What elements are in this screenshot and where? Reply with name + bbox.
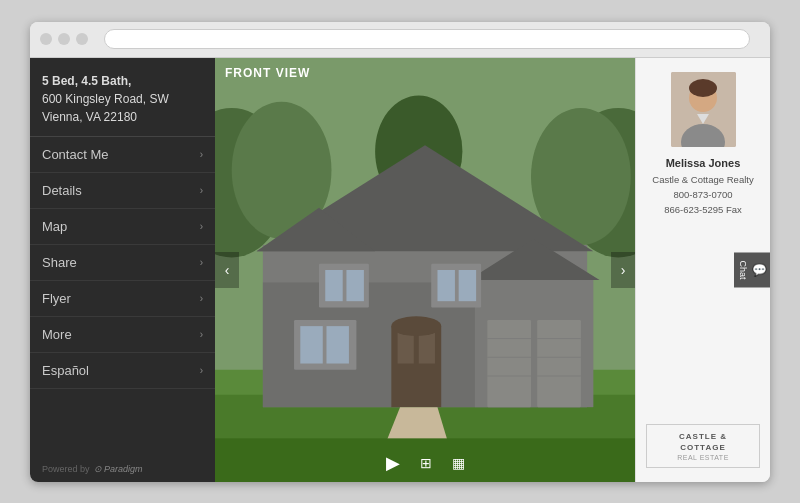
photo-controls: ▶ ⊞ ▦ (215, 452, 635, 474)
svg-rect-30 (419, 332, 435, 363)
sidebar-item-map[interactable]: Map › (30, 209, 215, 245)
svg-point-39 (689, 79, 717, 97)
sidebar-item-espanol[interactable]: Español › (30, 353, 215, 389)
browser-btn-min[interactable] (58, 33, 70, 45)
chevron-icon: › (200, 365, 203, 376)
property-info: 5 Bed, 4.5 Bath, 600 Kingsley Road, SW V… (30, 58, 215, 137)
nav-label-more: More (42, 327, 72, 342)
browser-frame: 5 Bed, 4.5 Bath, 600 Kingsley Road, SW V… (30, 22, 770, 482)
play-button[interactable]: ▶ (386, 452, 400, 474)
browser-btn-close[interactable] (40, 33, 52, 45)
nav-label-espanol: Español (42, 363, 89, 378)
chevron-icon: › (200, 293, 203, 304)
sidebar-item-more[interactable]: More › (30, 317, 215, 353)
agent-name: Melissa Jones (652, 155, 753, 173)
browser-content: 5 Bed, 4.5 Bath, 600 Kingsley Road, SW V… (30, 58, 770, 482)
powered-by-label: Powered by (42, 464, 90, 474)
sidebar-item-share[interactable]: Share › (30, 245, 215, 281)
address-line2: Vienna, VA 22180 (42, 108, 203, 126)
company-logo: CASTLE & COTTAGE REAL ESTATE (646, 424, 760, 467)
front-view-label: FRONT VIEW (225, 66, 310, 80)
chat-icon: 💬 (752, 262, 766, 277)
nav-label-details: Details (42, 183, 82, 198)
nav-label-contact-me: Contact Me (42, 147, 108, 162)
right-panel: Melissa Jones Castle & Cottage Realty 80… (635, 58, 770, 482)
chevron-icon: › (200, 149, 203, 160)
svg-rect-24 (346, 270, 363, 301)
svg-rect-15 (537, 319, 581, 406)
beds-baths: 5 Bed, 4.5 Bath, (42, 72, 203, 90)
sidebar-item-details[interactable]: Details › (30, 173, 215, 209)
svg-rect-14 (487, 319, 531, 406)
sidebar: 5 Bed, 4.5 Bath, 600 Kingsley Road, SW V… (30, 58, 215, 482)
house-image (215, 58, 635, 482)
prev-photo-button[interactable]: ‹ (215, 252, 239, 288)
agent-fax: 866-623-5295 Fax (652, 202, 753, 217)
nav-label-flyer: Flyer (42, 291, 71, 306)
grid-view-icon[interactable]: ▦ (452, 455, 465, 471)
svg-rect-27 (459, 270, 476, 301)
svg-rect-33 (300, 326, 322, 363)
svg-rect-26 (437, 270, 454, 301)
chat-label: Chat (738, 260, 748, 279)
browser-chrome (30, 22, 770, 58)
agent-company: Castle & Cottage Realty (652, 172, 753, 187)
chevron-icon: › (200, 329, 203, 340)
next-photo-button[interactable]: › (611, 252, 635, 288)
nav-label-share: Share (42, 255, 77, 270)
logo-line2: REAL ESTATE (655, 454, 751, 461)
sidebar-item-flyer[interactable]: Flyer › (30, 281, 215, 317)
svg-rect-34 (326, 326, 348, 363)
sidebar-item-contact-me[interactable]: Contact Me › (30, 137, 215, 173)
main-content: FRONT VIEW ‹ › ▶ ⊞ ▦ (215, 58, 635, 482)
svg-point-31 (391, 316, 441, 336)
agent-phone: 800-873-0700 (652, 187, 753, 202)
address-bar[interactable] (104, 29, 750, 49)
nav-menu: Contact Me › Details › Map › Share › Fly… (30, 137, 215, 456)
agent-photo-svg (671, 72, 736, 147)
paradigm-brand: ⊙ Paradigm (94, 464, 143, 474)
chat-button[interactable]: Chat 💬 (734, 252, 770, 287)
svg-rect-29 (398, 332, 414, 363)
logo-line1: CASTLE & COTTAGE (655, 431, 751, 453)
chevron-icon: › (200, 257, 203, 268)
svg-rect-23 (325, 270, 342, 301)
sidebar-footer: Powered by ⊙ Paradigm (30, 456, 215, 482)
agent-photo (671, 72, 736, 147)
browser-btn-max[interactable] (76, 33, 88, 45)
chevron-icon: › (200, 221, 203, 232)
nav-label-map: Map (42, 219, 67, 234)
chevron-icon: › (200, 185, 203, 196)
photo-mode-icon[interactable]: ⊞ (420, 455, 432, 471)
agent-info: Melissa Jones Castle & Cottage Realty 80… (652, 155, 753, 218)
photo-area: FRONT VIEW ‹ › ▶ ⊞ ▦ (215, 58, 635, 482)
address-line1: 600 Kingsley Road, SW (42, 90, 203, 108)
